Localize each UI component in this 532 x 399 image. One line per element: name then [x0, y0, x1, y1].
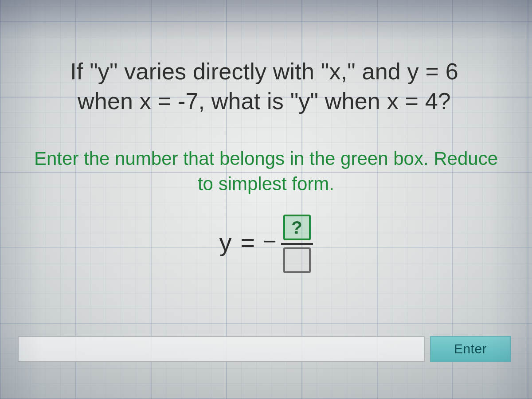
formula-lhs: y — [219, 228, 231, 257]
equals-sign: = — [240, 228, 255, 257]
fraction: ? — [281, 215, 313, 273]
hint-text: Enter the number that belongs in the gre… — [31, 146, 501, 196]
answer-input[interactable] — [18, 336, 425, 362]
question-line-1: If "y" varies directly with "x," and y =… — [23, 57, 505, 86]
numerator-input-box[interactable]: ? — [283, 215, 311, 240]
answer-formula: y = − ? — [0, 213, 532, 271]
question-text: If "y" varies directly with "x," and y =… — [23, 57, 505, 116]
problem-card: If "y" varies directly with "x," and y =… — [0, 0, 532, 399]
fraction-bar — [281, 243, 313, 245]
answer-row: Enter — [18, 336, 511, 362]
hint-line-1: Enter the number that belongs in the gre… — [34, 148, 429, 169]
denominator-input-box[interactable] — [283, 247, 311, 273]
question-line-2: when x = -7, what is "y" when x = 4? — [23, 86, 505, 116]
enter-button[interactable]: Enter — [430, 336, 511, 362]
negative-sign: − — [263, 228, 276, 254]
